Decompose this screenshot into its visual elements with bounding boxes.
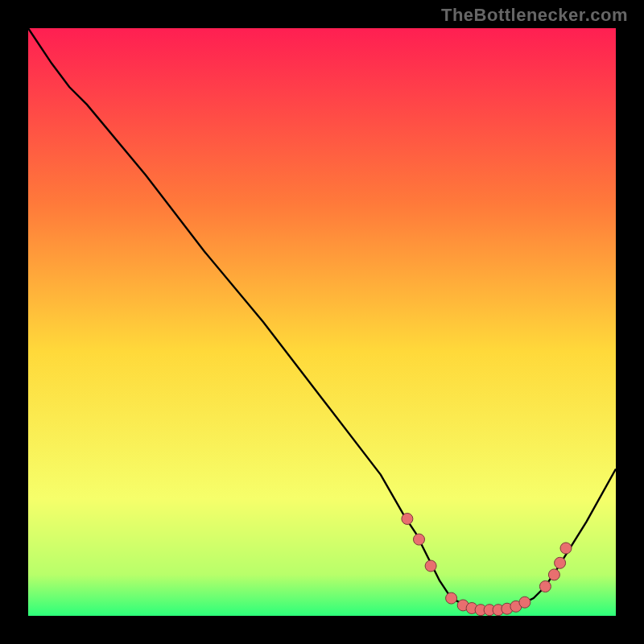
data-marker <box>519 597 530 608</box>
data-marker <box>560 543 572 554</box>
data-marker <box>555 557 566 568</box>
chart-svg <box>28 28 616 616</box>
data-marker <box>414 534 425 545</box>
chart-container: TheBottlenecker.com <box>0 0 644 644</box>
data-marker <box>425 560 436 572</box>
attribution-label: TheBottlenecker.com <box>441 5 628 26</box>
data-marker <box>548 569 559 580</box>
data-marker <box>402 514 413 525</box>
data-marker <box>539 581 551 592</box>
data-marker <box>446 592 457 604</box>
gradient-bg <box>28 28 616 616</box>
plot-area <box>28 28 616 616</box>
